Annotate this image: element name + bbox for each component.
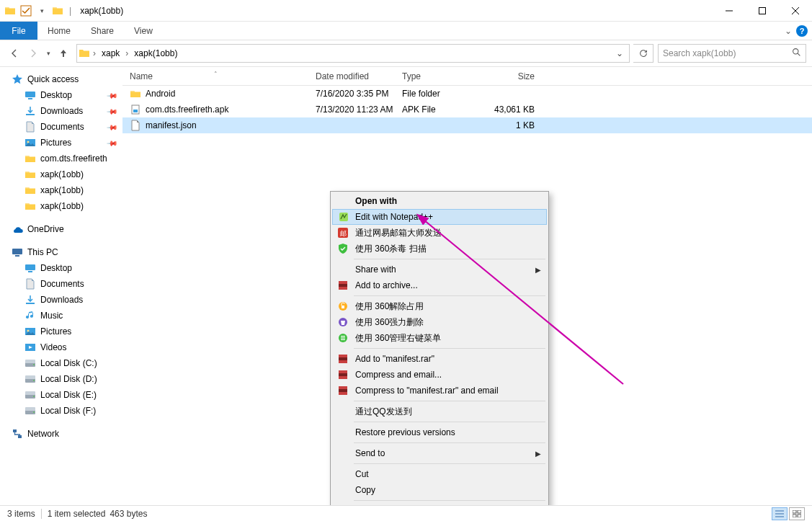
context-menu-item[interactable]: 邮通过网易邮箱大师发送 xyxy=(332,225,547,241)
sidebar-item[interactable]: Local Disk (C:) xyxy=(0,355,122,371)
sidebar-onedrive[interactable]: OneDrive xyxy=(0,221,122,237)
svg-rect-9 xyxy=(26,114,35,115)
music-icon xyxy=(24,310,36,321)
maximize-button[interactable] xyxy=(746,0,779,22)
sidebar-item[interactable]: Local Disk (F:) xyxy=(0,403,122,419)
sidebar-item[interactable]: Music xyxy=(0,308,122,324)
sidebar-item[interactable]: Local Disk (D:) xyxy=(0,371,122,387)
context-menu-item[interactable]: 通过QQ发送到 xyxy=(332,404,547,419)
context-menu-item[interactable]: Share with▶ xyxy=(332,262,547,277)
svg-rect-51 xyxy=(339,360,347,363)
sidebar-item[interactable]: Desktop📌 xyxy=(0,87,122,103)
context-menu-item[interactable]: 使用 360解除占用 xyxy=(332,298,547,314)
apk-icon xyxy=(130,104,141,115)
file-row[interactable]: com.dts.freefireth.apk7/13/2020 11:23 AM… xyxy=(122,102,812,117)
menu360-icon xyxy=(336,331,349,344)
context-menu-item[interactable]: Send to▶ xyxy=(332,445,547,461)
refresh-button[interactable] xyxy=(633,44,653,63)
title-separator: | xyxy=(69,6,71,16)
chevron-right-icon[interactable]: › xyxy=(90,48,99,58)
ribbon-file-tab[interactable]: File xyxy=(0,22,37,40)
context-menu-item[interactable]: Copy xyxy=(332,482,547,498)
context-menu-item[interactable]: Compress and email... xyxy=(332,367,547,383)
sidebar-item-label: Pictures xyxy=(40,138,71,148)
breadcrumb-0[interactable]: xapk xyxy=(99,45,122,62)
sidebar-item[interactable]: Pictures xyxy=(0,324,122,339)
context-menu-item[interactable]: Restore previous versions xyxy=(332,424,547,440)
sidebar-item[interactable]: Local Disk (E:) xyxy=(0,387,122,403)
qa-check-icon[interactable] xyxy=(20,5,32,17)
context-menu-separator xyxy=(354,500,545,501)
sidebar-item[interactable]: Documents📌 xyxy=(0,119,122,135)
sidebar-item[interactable]: com.dts.freefireth xyxy=(0,151,122,166)
context-menu-item[interactable]: 使用 360强力删除 xyxy=(332,314,547,330)
folder-icon xyxy=(24,169,36,180)
ribbon-tab-home[interactable]: Home xyxy=(37,22,81,40)
address-bar[interactable]: › xapk › xapk(1obb) ⌄ xyxy=(76,44,630,63)
nav-recent-dropdown[interactable]: ▾ xyxy=(43,45,53,62)
search-input[interactable]: Search xapk(1obb) xyxy=(658,44,806,63)
ribbon-tab-share[interactable]: Share xyxy=(81,22,124,40)
view-details-button[interactable] xyxy=(772,507,788,520)
sidebar-quick-access[interactable]: Quick access xyxy=(0,71,122,87)
context-menu-item[interactable]: Create shortcut xyxy=(332,503,547,505)
folder-icon xyxy=(4,5,16,17)
context-menu-separator xyxy=(354,422,545,422)
context-menu-item[interactable]: Add to "manifest.rar" xyxy=(332,351,547,367)
sort-ascending-icon: ˄ xyxy=(214,71,218,78)
close-button[interactable] xyxy=(779,0,812,22)
file-row[interactable]: Android7/16/2020 3:35 PMFile folder xyxy=(122,86,812,102)
file-type: File folder xyxy=(395,89,481,99)
context-menu-item[interactable]: Cut xyxy=(332,466,547,482)
context-menu-item[interactable]: Add to archive... xyxy=(332,277,547,293)
context-menu-item[interactable]: Open with xyxy=(332,193,547,209)
context-menu-item[interactable]: Compress to "manifest.rar" and email xyxy=(332,383,547,398)
context-menu-item[interactable]: 使用 360杀毒 扫描 xyxy=(332,241,547,257)
breadcrumb-1[interactable]: xapk(1obb) xyxy=(131,45,180,62)
sidebar-item[interactable]: Videos xyxy=(0,339,122,355)
nav-up-button[interactable] xyxy=(55,45,72,62)
file-size: 1 KB xyxy=(481,120,546,130)
minimize-button[interactable] xyxy=(713,0,746,22)
nav-back-button[interactable] xyxy=(6,45,23,62)
column-date[interactable]: Date modified xyxy=(308,67,395,85)
nav-forward-button[interactable] xyxy=(24,45,42,62)
sidebar-item[interactable]: xapk(1obb) xyxy=(0,166,122,182)
address-dropdown-icon[interactable]: ⌄ xyxy=(612,48,628,58)
file-row[interactable]: manifest.json1 KB xyxy=(122,117,812,133)
sidebar-label: This PC xyxy=(27,247,58,257)
context-menu-item[interactable]: Edit with Notepad++ xyxy=(332,209,547,225)
ribbon-tab-view[interactable]: View xyxy=(124,22,163,40)
svg-point-31 xyxy=(33,411,35,413)
downloads-icon xyxy=(24,294,36,306)
sidebar-item[interactable]: Pictures📌 xyxy=(0,135,122,151)
svg-point-28 xyxy=(33,396,35,397)
sidebar-item[interactable]: xapk(1obb) xyxy=(0,182,122,198)
sidebar-item[interactable]: xapk(1obb) xyxy=(0,198,122,214)
context-menu-separator xyxy=(354,401,545,401)
help-icon[interactable]: ? xyxy=(796,25,808,37)
sidebar-network[interactable]: Network xyxy=(0,426,122,442)
ribbon-expand-icon[interactable]: ⌄ xyxy=(785,26,792,36)
context-menu-label: 使用 360杀毒 扫描 xyxy=(355,243,427,255)
context-menu-item[interactable]: 使用 360管理右键菜单 xyxy=(332,330,547,346)
navigation-pane: Quick accessDesktop📌Downloads📌Documents📌… xyxy=(0,67,122,505)
context-menu-label: 使用 360解除占用 xyxy=(355,300,424,313)
view-large-button[interactable] xyxy=(789,507,805,520)
sidebar-item[interactable]: Downloads xyxy=(0,292,122,308)
column-type[interactable]: Type xyxy=(395,67,481,85)
status-size: 463 bytes xyxy=(110,509,147,519)
sidebar-item[interactable]: Desktop xyxy=(0,260,122,276)
file-date: 7/13/2020 11:23 AM xyxy=(308,104,395,115)
sidebar-this-pc[interactable]: This PC xyxy=(0,244,122,260)
sidebar-item[interactable]: Downloads📌 xyxy=(0,103,122,119)
column-size[interactable]: Size xyxy=(481,67,546,85)
sidebar-item[interactable]: Documents xyxy=(0,276,122,292)
qa-dropdown-icon[interactable]: ▾ xyxy=(36,5,48,17)
pin-icon: 📌 xyxy=(107,137,118,148)
sidebar-label: Quick access xyxy=(27,74,79,84)
chevron-right-icon[interactable]: › xyxy=(122,48,131,58)
svg-point-22 xyxy=(33,364,35,365)
svg-rect-48 xyxy=(341,339,345,340)
context-menu-separator xyxy=(354,348,545,349)
